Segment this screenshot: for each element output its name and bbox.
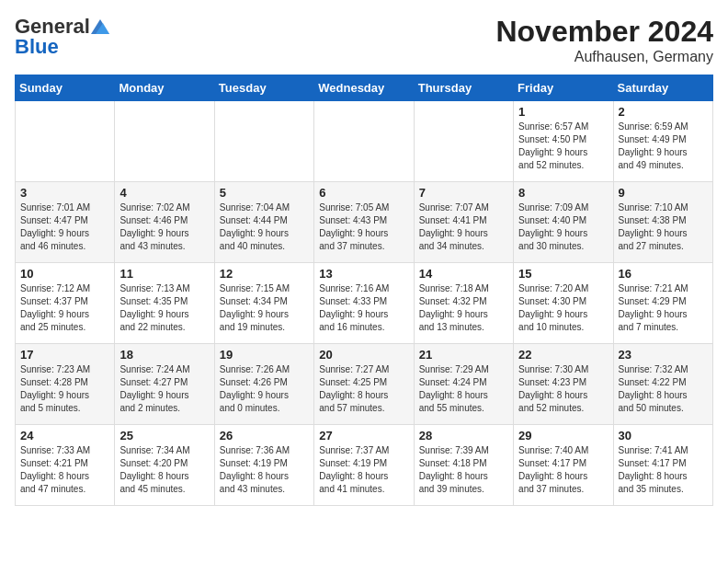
logo-icon (91, 19, 109, 34)
day-number: 23 (619, 348, 708, 362)
day-number: 27 (319, 429, 408, 442)
day-number: 5 (220, 186, 309, 200)
day-info: Sunrise: 7:09 AM Sunset: 4:40 PM Dayligh… (518, 201, 608, 253)
calendar-cell: 17Sunrise: 7:23 AM Sunset: 4:28 PM Dayli… (16, 344, 115, 425)
calendar-cell: 3Sunrise: 7:01 AM Sunset: 4:47 PM Daylig… (16, 182, 115, 263)
day-number: 17 (20, 348, 109, 362)
day-number: 12 (220, 267, 309, 281)
calendar-cell (115, 101, 214, 182)
calendar-cell: 10Sunrise: 7:12 AM Sunset: 4:37 PM Dayli… (16, 263, 115, 344)
page-header: General Blue November 2024 Aufhausen, Ge… (15, 15, 713, 65)
day-number: 28 (419, 429, 508, 442)
day-info: Sunrise: 7:02 AM Sunset: 4:46 PM Dayligh… (119, 201, 209, 253)
day-number: 9 (619, 186, 708, 200)
logo: General Blue (15, 15, 110, 59)
day-number: 3 (20, 186, 109, 200)
day-info: Sunrise: 7:33 AM Sunset: 4:21 PM Dayligh… (20, 444, 109, 496)
day-number: 20 (319, 348, 408, 362)
day-number: 19 (220, 348, 309, 362)
day-info: Sunrise: 7:27 AM Sunset: 4:25 PM Dayligh… (319, 363, 408, 415)
header-monday: Monday (115, 75, 214, 101)
day-info: Sunrise: 7:30 AM Sunset: 4:23 PM Dayligh… (518, 363, 608, 415)
day-number: 6 (319, 186, 408, 200)
day-info: Sunrise: 7:39 AM Sunset: 4:18 PM Dayligh… (419, 444, 508, 496)
day-number: 24 (20, 429, 109, 442)
calendar-cell: 8Sunrise: 7:09 AM Sunset: 4:40 PM Daylig… (514, 182, 613, 263)
day-info: Sunrise: 7:41 AM Sunset: 4:17 PM Dayligh… (619, 444, 708, 496)
calendar-cell: 22Sunrise: 7:30 AM Sunset: 4:23 PM Dayli… (514, 344, 613, 425)
calendar-cell: 6Sunrise: 7:05 AM Sunset: 4:43 PM Daylig… (314, 182, 414, 263)
calendar-week-row: 24Sunrise: 7:33 AM Sunset: 4:21 PM Dayli… (16, 425, 713, 506)
day-info: Sunrise: 7:36 AM Sunset: 4:19 PM Dayligh… (220, 444, 309, 496)
calendar-cell: 2Sunrise: 6:59 AM Sunset: 4:49 PM Daylig… (613, 101, 712, 182)
day-number: 13 (319, 267, 408, 281)
calendar-cell (314, 101, 414, 182)
day-info: Sunrise: 7:34 AM Sunset: 4:20 PM Dayligh… (119, 444, 209, 496)
day-info: Sunrise: 7:23 AM Sunset: 4:28 PM Dayligh… (20, 363, 109, 415)
header-tuesday: Tuesday (214, 75, 313, 101)
day-info: Sunrise: 7:01 AM Sunset: 4:47 PM Dayligh… (20, 201, 109, 253)
day-info: Sunrise: 6:59 AM Sunset: 4:49 PM Dayligh… (619, 121, 708, 172)
day-info: Sunrise: 7:26 AM Sunset: 4:26 PM Dayligh… (220, 363, 309, 415)
calendar-cell: 24Sunrise: 7:33 AM Sunset: 4:21 PM Dayli… (16, 425, 115, 506)
day-number: 2 (619, 105, 708, 119)
day-info: Sunrise: 6:57 AM Sunset: 4:50 PM Dayligh… (518, 121, 608, 172)
header-sunday: Sunday (16, 75, 115, 101)
day-info: Sunrise: 7:04 AM Sunset: 4:44 PM Dayligh… (220, 201, 309, 253)
day-info: Sunrise: 7:32 AM Sunset: 4:22 PM Dayligh… (619, 363, 708, 415)
calendar-cell: 27Sunrise: 7:37 AM Sunset: 4:19 PM Dayli… (314, 425, 414, 506)
calendar-week-row: 1Sunrise: 6:57 AM Sunset: 4:50 PM Daylig… (16, 101, 713, 182)
calendar-cell: 9Sunrise: 7:10 AM Sunset: 4:38 PM Daylig… (613, 182, 712, 263)
calendar-cell: 1Sunrise: 6:57 AM Sunset: 4:50 PM Daylig… (514, 101, 613, 182)
day-number: 15 (518, 267, 608, 281)
day-info: Sunrise: 7:13 AM Sunset: 4:35 PM Dayligh… (119, 282, 209, 334)
day-number: 8 (518, 186, 608, 200)
day-info: Sunrise: 7:07 AM Sunset: 4:41 PM Dayligh… (419, 201, 508, 253)
day-number: 16 (619, 267, 708, 281)
calendar-cell: 7Sunrise: 7:07 AM Sunset: 4:41 PM Daylig… (414, 182, 513, 263)
calendar-week-row: 17Sunrise: 7:23 AM Sunset: 4:28 PM Dayli… (16, 344, 713, 425)
day-number: 22 (518, 348, 608, 362)
calendar-cell: 13Sunrise: 7:16 AM Sunset: 4:33 PM Dayli… (314, 263, 414, 344)
day-info: Sunrise: 7:05 AM Sunset: 4:43 PM Dayligh… (319, 201, 408, 253)
calendar-cell: 30Sunrise: 7:41 AM Sunset: 4:17 PM Dayli… (613, 425, 712, 506)
day-number: 30 (619, 429, 708, 442)
calendar-cell: 15Sunrise: 7:20 AM Sunset: 4:30 PM Dayli… (514, 263, 613, 344)
calendar-cell (414, 101, 513, 182)
calendar-cell: 14Sunrise: 7:18 AM Sunset: 4:32 PM Dayli… (414, 263, 513, 344)
location: Aufhausen, Germany (495, 49, 713, 65)
calendar-cell (214, 101, 313, 182)
calendar-cell: 23Sunrise: 7:32 AM Sunset: 4:22 PM Dayli… (613, 344, 712, 425)
calendar-cell: 26Sunrise: 7:36 AM Sunset: 4:19 PM Dayli… (214, 425, 313, 506)
day-info: Sunrise: 7:21 AM Sunset: 4:29 PM Dayligh… (619, 282, 708, 334)
calendar-cell: 20Sunrise: 7:27 AM Sunset: 4:25 PM Dayli… (314, 344, 414, 425)
calendar-cell: 29Sunrise: 7:40 AM Sunset: 4:17 PM Dayli… (514, 425, 613, 506)
day-info: Sunrise: 7:37 AM Sunset: 4:19 PM Dayligh… (319, 444, 408, 496)
day-info: Sunrise: 7:29 AM Sunset: 4:24 PM Dayligh… (419, 363, 508, 415)
day-number: 11 (119, 267, 209, 281)
day-number: 29 (518, 429, 608, 442)
calendar-cell: 21Sunrise: 7:29 AM Sunset: 4:24 PM Dayli… (414, 344, 513, 425)
header-wednesday: Wednesday (314, 75, 414, 101)
header-friday: Friday (514, 75, 613, 101)
day-info: Sunrise: 7:20 AM Sunset: 4:30 PM Dayligh… (518, 282, 608, 334)
calendar-table: SundayMondayTuesdayWednesdayThursdayFrid… (15, 75, 713, 506)
day-number: 7 (419, 186, 508, 200)
day-number: 25 (119, 429, 209, 442)
day-number: 18 (119, 348, 209, 362)
calendar-cell: 19Sunrise: 7:26 AM Sunset: 4:26 PM Dayli… (214, 344, 313, 425)
day-info: Sunrise: 7:24 AM Sunset: 4:27 PM Dayligh… (119, 363, 209, 415)
day-info: Sunrise: 7:18 AM Sunset: 4:32 PM Dayligh… (419, 282, 508, 334)
day-info: Sunrise: 7:16 AM Sunset: 4:33 PM Dayligh… (319, 282, 408, 334)
calendar-cell: 4Sunrise: 7:02 AM Sunset: 4:46 PM Daylig… (115, 182, 214, 263)
calendar-cell: 12Sunrise: 7:15 AM Sunset: 4:34 PM Dayli… (214, 263, 313, 344)
logo-blue: Blue (15, 35, 59, 59)
day-number: 21 (419, 348, 508, 362)
day-number: 14 (419, 267, 508, 281)
header-thursday: Thursday (414, 75, 513, 101)
calendar-header-row: SundayMondayTuesdayWednesdayThursdayFrid… (16, 75, 713, 101)
header-saturday: Saturday (613, 75, 712, 101)
day-info: Sunrise: 7:12 AM Sunset: 4:37 PM Dayligh… (20, 282, 109, 334)
calendar-cell: 11Sunrise: 7:13 AM Sunset: 4:35 PM Dayli… (115, 263, 214, 344)
day-info: Sunrise: 7:15 AM Sunset: 4:34 PM Dayligh… (220, 282, 309, 334)
